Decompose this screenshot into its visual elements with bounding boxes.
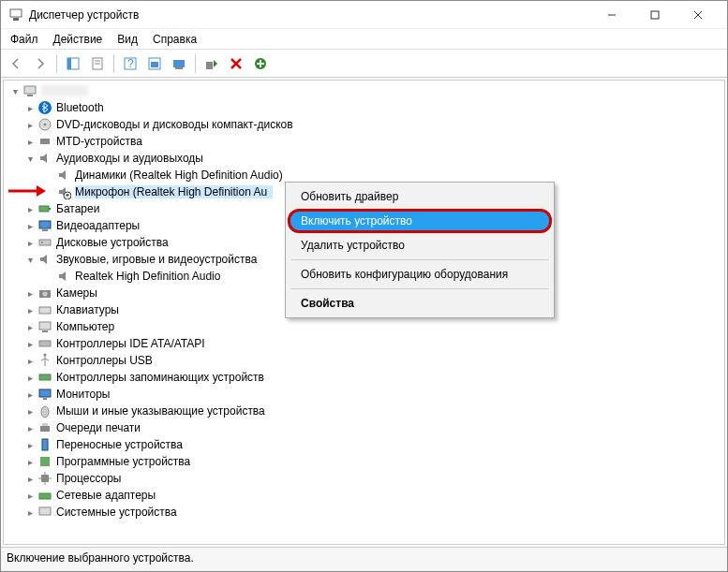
menu-file[interactable]: Файл [3, 31, 46, 48]
dvd-icon [37, 117, 52, 132]
svg-rect-15 [173, 60, 185, 67]
tree-item-mtd[interactable]: ▸MTD-устройства [4, 133, 724, 150]
annotation-arrow-icon [7, 183, 48, 198]
expand-icon[interactable]: ▸ [24, 338, 36, 349]
svg-rect-39 [39, 341, 51, 346]
expand-icon[interactable]: ▸ [24, 237, 36, 248]
back-button[interactable] [5, 52, 27, 75]
expand-icon[interactable]: ▸ [24, 439, 36, 450]
show-hide-console-button[interactable] [62, 52, 84, 75]
svg-rect-41 [39, 374, 51, 380]
expand-icon[interactable]: ▸ [24, 102, 36, 113]
collapse-icon[interactable]: ▾ [24, 153, 36, 164]
toolbar: ? [1, 50, 727, 78]
expand-icon[interactable]: ▸ [24, 304, 36, 315]
expand-icon[interactable]: ▸ [24, 355, 36, 366]
ctx-update-driver[interactable]: Обновить драйвер [288, 184, 552, 209]
expand-icon[interactable]: ▸ [24, 220, 36, 231]
svg-rect-37 [39, 322, 51, 330]
tree-item-software[interactable]: ▸Программные устройства [4, 453, 724, 470]
tree-item-mouse[interactable]: ▸Мыши и иные указывающие устройства [4, 403, 724, 419]
collapse-icon[interactable]: ▾ [24, 254, 36, 265]
tree-item-net[interactable]: ▸Сетевые адаптеры [4, 487, 724, 504]
title-bar: Диспетчер устройств [1, 1, 727, 29]
forward-button[interactable] [29, 52, 52, 75]
ctx-scan-hardware[interactable]: Обновить конфигурацию оборудования [288, 262, 552, 286]
system-device-icon [37, 505, 52, 520]
menu-view[interactable]: Вид [110, 31, 145, 48]
tree-item-bluetooth[interactable]: ▸Bluetooth [4, 99, 724, 116]
svg-rect-43 [43, 398, 47, 400]
properties-button[interactable] [86, 52, 109, 75]
ctx-separator [291, 259, 548, 260]
computer-icon [37, 319, 52, 334]
enable-device-button[interactable] [201, 52, 223, 75]
expand-icon[interactable]: ▸ [24, 389, 36, 400]
svg-text:?: ? [127, 57, 134, 70]
ctx-separator [291, 288, 548, 289]
ctx-properties[interactable]: Свойства [288, 291, 552, 315]
expand-icon[interactable]: ▸ [24, 422, 36, 433]
uninstall-button[interactable] [225, 52, 247, 75]
tree-item-monitor[interactable]: ▸Мониторы [4, 386, 724, 403]
menu-help[interactable]: Справка [145, 31, 204, 48]
svg-rect-3 [651, 11, 659, 19]
svg-rect-45 [40, 426, 50, 432]
expand-icon[interactable]: ▸ [24, 119, 36, 130]
tree-item-usb[interactable]: ▸Контроллеры USB [4, 352, 724, 369]
menu-action[interactable]: Действие [46, 31, 111, 48]
ctx-remove-device[interactable]: Удалить устройство [288, 233, 552, 257]
maximize-button[interactable] [633, 1, 676, 29]
expand-icon[interactable]: ▸ [24, 203, 36, 214]
usb-icon [37, 353, 52, 368]
update-driver-button[interactable] [168, 52, 190, 75]
tree-item-printq[interactable]: ▸Очереди печати [4, 419, 724, 436]
svg-rect-42 [39, 389, 51, 397]
ctx-enable-device[interactable]: Включить устройство [288, 209, 552, 233]
mouse-icon [37, 403, 52, 418]
monitor-icon [37, 387, 52, 402]
svg-rect-55 [39, 507, 51, 515]
expand-icon[interactable]: ▸ [24, 473, 36, 484]
svg-point-33 [41, 242, 43, 243]
svg-point-40 [44, 354, 47, 357]
keyboard-icon [37, 302, 52, 317]
tree-item-portable[interactable]: ▸Переносные устройства [4, 436, 724, 453]
expand-icon[interactable]: ▸ [24, 136, 36, 147]
tree-item-sys[interactable]: ▸Системные устройства [4, 504, 724, 521]
scan-hardware-button[interactable] [143, 52, 166, 75]
svg-rect-29 [49, 208, 51, 210]
tree-item-ide[interactable]: ▸Контроллеры IDE ATA/ATAPI [4, 335, 724, 352]
collapse-icon[interactable]: ▾ [9, 85, 21, 96]
expand-icon[interactable]: ▸ [24, 372, 36, 383]
expand-icon[interactable]: ▸ [24, 321, 36, 332]
sound-icon [37, 252, 52, 267]
tree-item-storage[interactable]: ▸Контроллеры запоминающих устройств [4, 369, 724, 386]
help-button[interactable]: ? [119, 52, 141, 75]
tree-item-cpu[interactable]: ▸Процессоры [4, 470, 724, 487]
expand-icon[interactable]: ▸ [24, 506, 36, 518]
svg-rect-46 [42, 423, 48, 426]
svg-rect-49 [41, 475, 49, 482]
svg-point-35 [43, 292, 48, 297]
expand-icon[interactable]: ▸ [24, 456, 36, 467]
expand-icon[interactable]: ▸ [24, 405, 36, 417]
svg-rect-16 [175, 67, 183, 69]
minimize-button[interactable] [590, 1, 633, 29]
speaker-icon [56, 168, 71, 183]
bluetooth-icon [37, 100, 52, 115]
svg-rect-48 [40, 457, 50, 466]
expand-icon[interactable]: ▸ [24, 490, 36, 501]
cpu-icon [37, 471, 52, 486]
tree-item-audio[interactable]: ▾Аудиовходы и аудиовыходы [4, 150, 724, 167]
expand-icon[interactable]: ▸ [24, 287, 36, 299]
printer-icon [37, 420, 52, 435]
context-menu: Обновить драйвер Включить устройство Уда… [285, 182, 555, 318]
tree-item-computer[interactable]: ▸Компьютер [4, 318, 724, 335]
close-button[interactable] [676, 1, 720, 29]
tree-item-dvd[interactable]: ▸DVD-дисководы и дисководы компакт-диско… [4, 116, 724, 133]
refresh-button[interactable] [249, 52, 272, 75]
sound-icon [56, 269, 71, 284]
svg-point-44 [41, 406, 49, 418]
root-node[interactable]: ▾ [4, 82, 724, 99]
